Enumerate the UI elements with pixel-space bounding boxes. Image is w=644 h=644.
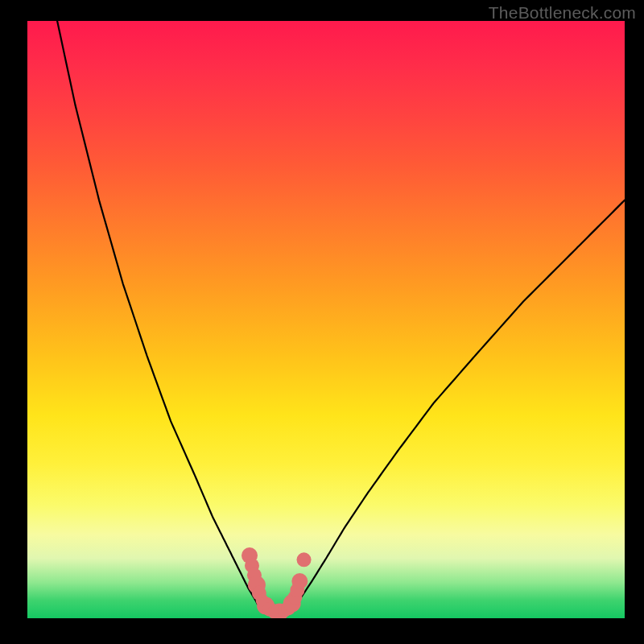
bottleneck-curve <box>57 21 625 615</box>
curve-lines <box>57 21 625 615</box>
marker-dot <box>291 573 308 589</box>
plot-area <box>27 21 625 618</box>
curve-layer <box>27 21 625 618</box>
chart-frame: TheBottleneck.com <box>0 0 644 644</box>
marker-dot <box>297 552 312 567</box>
marker-dots <box>242 547 312 618</box>
watermark-text: TheBottleneck.com <box>489 3 636 23</box>
